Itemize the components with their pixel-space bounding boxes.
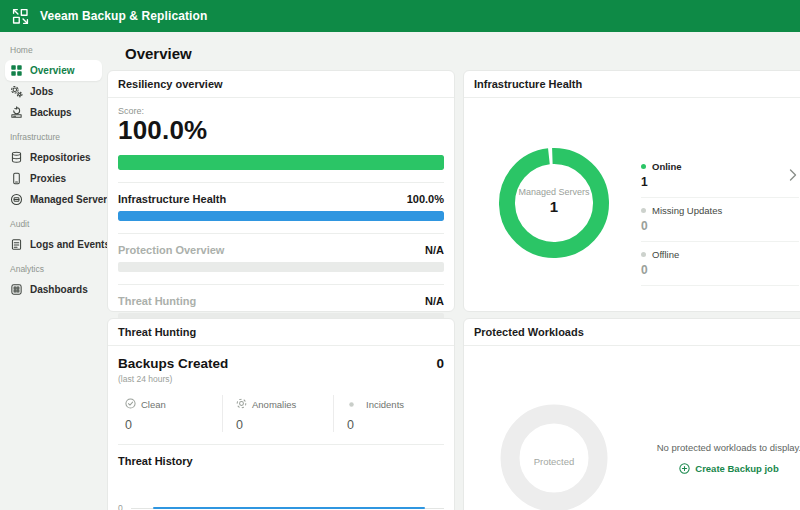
legend-row-offline: Offline 0 [641, 242, 799, 286]
grid-icon [10, 64, 23, 77]
metric-value: N/A [425, 244, 444, 256]
sidebar-item-label: Jobs [30, 86, 53, 97]
sidebar-item-proxies[interactable]: Proxies [5, 168, 102, 189]
dashboard-icon [10, 283, 23, 296]
metric-progress-bar [118, 262, 444, 272]
metric-value: N/A [425, 295, 444, 307]
sidebar-item-dashboards[interactable]: Dashboards [5, 279, 102, 300]
main-content: Overview Resiliency overview Score: 100.… [107, 32, 800, 510]
sidebar-item-overview[interactable]: Overview [5, 60, 102, 81]
gears-icon [10, 85, 23, 98]
chevron-right-icon[interactable] [789, 167, 797, 179]
score-progress-bar [118, 155, 444, 170]
metric-progress-bar [118, 211, 444, 221]
plus-circle-icon [679, 463, 690, 474]
sidebar-section-infrastructure: Infrastructure [10, 132, 97, 142]
sidebar-section-audit: Audit [10, 219, 97, 229]
sidebar-item-managed-servers[interactable]: Managed Servers [5, 189, 102, 210]
anomaly-burst-icon [236, 395, 252, 413]
sidebar-item-label: Logs and Events [30, 239, 110, 250]
backup-icon [10, 106, 23, 119]
empty-state-text: No protected workloads to display. [649, 442, 800, 453]
check-circle-icon [125, 395, 141, 413]
sidebar-section-home: Home [10, 45, 97, 55]
backups-created-period: (last 24 hours) [118, 374, 444, 384]
sidebar-item-label: Repositories [30, 152, 91, 163]
page-title: Overview [125, 45, 800, 62]
metric-label: Protection Overview [118, 244, 224, 256]
card-title: Infrastructure Health [464, 71, 800, 98]
online-status-dot [641, 164, 646, 169]
threat-stats-row: Clean 0 Anomalies 0 [118, 395, 444, 432]
protected-workloads-card: Protected Workloads Protected No protect… [463, 318, 800, 510]
backups-created-label: Backups Created [118, 356, 228, 371]
threat-history-chart: 0 [118, 503, 444, 510]
create-backup-job-link[interactable]: Create Backup job [679, 463, 778, 474]
threat-history-line [131, 506, 444, 510]
metric-label: Threat Hunting [118, 295, 196, 307]
sidebar-item-logs-and-events[interactable]: Logs and Events [5, 234, 102, 255]
veeam-logo-icon[interactable] [12, 8, 29, 25]
card-title: Threat Hunting [108, 319, 454, 346]
legend-label: Online [652, 161, 682, 172]
legend-label: Offline [652, 249, 679, 260]
app-title: Veeam Backup & Replication [40, 9, 207, 23]
sidebar-item-label: Backups [30, 107, 72, 118]
stat-label: Incidents [366, 399, 404, 410]
sidebar: Home Overview Jobs Backups Infrastructur… [0, 32, 107, 510]
metric-infrastructure-health: Infrastructure Health 100.0% [118, 193, 444, 221]
offline-status-dot [641, 252, 646, 257]
sidebar-item-repositories[interactable]: Repositories [5, 147, 102, 168]
threat-history-title: Threat History [118, 455, 444, 467]
stat-label: Anomalies [252, 399, 296, 410]
device-icon [10, 172, 23, 185]
metric-value: 100.0% [407, 193, 444, 205]
donut-center-label: Managed Servers [498, 187, 610, 197]
database-icon [10, 151, 23, 164]
stat-incidents: Incidents 0 [333, 395, 444, 432]
stat-anomalies: Anomalies 0 [222, 395, 333, 432]
stat-label: Clean [141, 399, 166, 410]
legend-value: 1 [641, 175, 799, 189]
legend-row-missing-updates: Missing Updates 0 [641, 198, 799, 242]
stat-value: 0 [347, 418, 444, 432]
card-title: Protected Workloads [464, 319, 800, 346]
stat-value: 0 [236, 418, 333, 432]
app-topbar: Veeam Backup & Replication [0, 0, 800, 32]
sidebar-item-label: Proxies [30, 173, 66, 184]
threat-hunting-card: Threat Hunting Backups Created 0 (last 2… [107, 318, 455, 510]
missing-updates-status-dot [641, 208, 646, 213]
sidebar-section-analytics: Analytics [10, 264, 97, 274]
protected-donut-chart: Protected [499, 403, 609, 510]
y-axis-tick: 0 [118, 503, 127, 510]
stat-value: 0 [125, 418, 222, 432]
create-backup-job-label: Create Backup job [695, 463, 778, 474]
sidebar-item-label: Dashboards [30, 284, 88, 295]
score-value: 100.0% [118, 116, 444, 146]
legend-label: Missing Updates [652, 205, 722, 216]
infrastructure-health-card: Infrastructure Health Managed Servers 1 … [463, 70, 800, 312]
backups-created-value: 0 [436, 356, 444, 371]
card-title: Resiliency overview [108, 71, 454, 98]
document-icon [10, 238, 23, 251]
sidebar-item-backups[interactable]: Backups [5, 102, 102, 123]
metric-label: Infrastructure Health [118, 193, 226, 205]
legend-value: 0 [641, 219, 799, 233]
legend-value: 0 [641, 263, 799, 277]
metric-protection-overview: Protection Overview N/A [118, 244, 444, 272]
server-globe-icon [10, 193, 23, 206]
protected-empty-state: No protected workloads to display. Creat… [649, 442, 800, 478]
legend-row-online[interactable]: Online 1 [641, 154, 799, 198]
stat-clean: Clean 0 [118, 395, 222, 432]
infra-health-legend: Online 1 Missing Updates 0 [641, 154, 799, 286]
resiliency-overview-card: Resiliency overview Score: 100.0% Infras… [107, 70, 455, 312]
sidebar-item-label: Managed Servers [30, 194, 113, 205]
managed-servers-donut-chart: Managed Servers 1 [498, 147, 610, 259]
protected-donut-label: Protected [534, 456, 575, 467]
donut-center-value: 1 [498, 198, 610, 215]
sidebar-item-label: Overview [30, 65, 74, 76]
sidebar-item-jobs[interactable]: Jobs [5, 81, 102, 102]
incidents-dot-icon [347, 395, 361, 413]
